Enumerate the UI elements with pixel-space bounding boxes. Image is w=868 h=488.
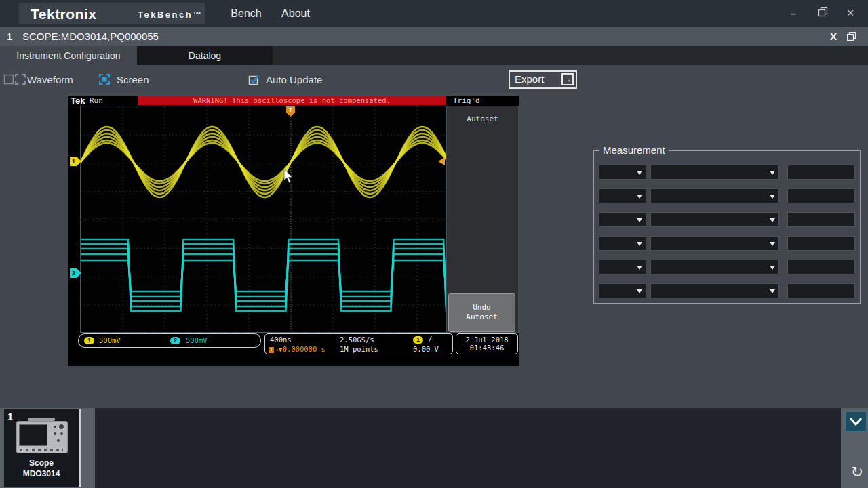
measurement-row xyxy=(599,165,855,180)
cursor-arrow-icon xyxy=(283,169,294,184)
tile-device-type: Scope xyxy=(4,458,79,468)
chevron-down-icon xyxy=(770,171,775,175)
instrument-index: 1 xyxy=(7,27,12,46)
refresh-button[interactable]: ↻ xyxy=(848,464,866,481)
device-knob xyxy=(54,432,56,435)
ch2-badge: 2 xyxy=(170,337,180,344)
screen-label[interactable]: Screen xyxy=(117,73,149,87)
instrument-close-button[interactable]: X xyxy=(830,27,837,46)
tile-device-model: MDO3014 xyxy=(4,469,79,479)
measurement-row xyxy=(599,212,855,227)
measurement-type-select[interactable] xyxy=(599,212,646,227)
trigger-arrows-icon: →▼ xyxy=(274,345,283,353)
ch2-scale: 500mV xyxy=(186,336,208,344)
chevron-down-icon xyxy=(770,266,775,270)
measurement-source-select[interactable] xyxy=(650,188,779,203)
tektronix-logo: Tektronix xyxy=(31,6,96,22)
measurement-source-select[interactable] xyxy=(650,236,779,251)
measurement-row xyxy=(599,283,855,298)
oscilloscope-thumbnail xyxy=(16,421,68,453)
measurement-legend: Measurement xyxy=(599,144,669,156)
device-handle xyxy=(28,418,55,421)
scope-date: 2 Jul 2018 xyxy=(456,336,517,344)
waveform-checkbox[interactable] xyxy=(3,74,14,87)
close-button[interactable]: ✕ xyxy=(842,7,859,20)
tab-instrument-configuration[interactable]: Instrument Configuration xyxy=(0,46,137,65)
mouse-cursor xyxy=(283,169,294,186)
tray-collapse-button[interactable] xyxy=(845,411,867,432)
measurement-type-select[interactable] xyxy=(599,260,646,274)
trigger-delay-row: T→▼0.000000 s xyxy=(269,345,326,353)
waveform-select-brackets[interactable] xyxy=(15,74,26,87)
measurement-source-select[interactable] xyxy=(650,283,779,298)
chevron-down-icon xyxy=(848,417,863,426)
checkbox-empty-icon xyxy=(3,74,14,85)
measurement-value-field xyxy=(787,188,855,203)
scope-side-menu: Autoset Undo Autoset xyxy=(446,106,519,333)
chevron-down-icon xyxy=(637,266,642,270)
scope-waveform-svg xyxy=(81,106,447,333)
chevron-down-icon xyxy=(637,289,642,293)
measurement-group: Measurement xyxy=(593,150,861,304)
scope-screen-image: Tek Run WARNING! This oscilloscope is no… xyxy=(68,96,519,366)
record-length: 1M points xyxy=(340,345,378,353)
measurement-value-field xyxy=(787,283,855,298)
side-menu-title: Autoset xyxy=(447,115,518,123)
measurement-value-field xyxy=(787,236,855,251)
chevron-down-icon xyxy=(770,218,775,222)
menu-about[interactable]: About xyxy=(274,0,317,27)
auto-update-checkbox[interactable] xyxy=(248,74,260,88)
trigger-status: Trig'd xyxy=(453,96,480,105)
chevron-down-icon xyxy=(637,242,642,246)
restore-icon xyxy=(818,7,828,17)
timebase: 400ns xyxy=(270,336,292,344)
device-knob xyxy=(60,432,63,435)
menu-bench[interactable]: Bench xyxy=(225,0,267,27)
auto-update-label[interactable]: Auto Update xyxy=(266,73,322,87)
tile-index: 1 xyxy=(7,411,13,422)
measurement-type-select[interactable] xyxy=(599,283,646,298)
measurement-type-select[interactable] xyxy=(599,165,646,180)
instrument-restore-button[interactable] xyxy=(847,32,856,44)
trigger-slope: / xyxy=(428,335,432,343)
bracket-box-selected-icon xyxy=(99,74,110,85)
waveform-label[interactable]: Waveform xyxy=(27,73,73,87)
measurement-value-field xyxy=(787,165,855,180)
device-knob xyxy=(59,424,64,429)
measurement-source-select[interactable] xyxy=(650,260,779,274)
restore-icon xyxy=(847,32,856,41)
instrument-bar: 1 SCOPE:MDO3014,PQ000055 X xyxy=(0,27,868,46)
measurement-source-select[interactable] xyxy=(650,165,779,180)
bench-tray: 1 Scope MDO3014 ↻ xyxy=(0,408,868,488)
minimize-button[interactable]: – xyxy=(785,7,802,20)
export-label: Export xyxy=(515,73,544,85)
undo-autoset-button: Undo Autoset xyxy=(448,293,515,332)
measurement-type-select[interactable] xyxy=(599,188,646,203)
tab-bar: Instrument Configuration Datalog xyxy=(0,46,868,65)
measurement-value-field xyxy=(787,260,855,274)
screen-select-brackets[interactable] xyxy=(99,74,110,87)
measurement-row xyxy=(599,188,855,203)
chevron-down-icon xyxy=(637,171,642,175)
device-screen xyxy=(19,424,47,446)
acquisition-status: Run xyxy=(90,96,103,105)
toolbar: Waveform Screen Auto Update Export → xyxy=(0,65,868,95)
measurement-row xyxy=(599,236,855,251)
scope-time: 01:43:46 xyxy=(456,344,517,352)
device-knob xyxy=(54,426,56,428)
datetime-readout-box: 2 Jul 2018 01:43:46 xyxy=(456,333,518,354)
tekbench-logo: TekBench™ xyxy=(138,9,203,20)
measurement-source-select[interactable] xyxy=(650,212,779,227)
tab-datalog[interactable]: Datalog xyxy=(137,46,273,65)
chevron-down-icon xyxy=(770,242,775,246)
trigger-level-arrow xyxy=(438,157,445,165)
export-button[interactable]: Export → xyxy=(509,70,577,89)
bracket-box-icon xyxy=(15,74,26,85)
instrument-tile-scope[interactable]: 1 Scope MDO3014 xyxy=(4,409,81,487)
sample-rate: 2.50GS/s xyxy=(340,336,374,344)
restore-button[interactable] xyxy=(815,7,831,20)
measurement-row xyxy=(599,260,855,274)
measurement-type-select[interactable] xyxy=(599,236,646,251)
chevron-down-icon xyxy=(637,195,642,199)
trigger-t-icon: T xyxy=(269,347,274,353)
